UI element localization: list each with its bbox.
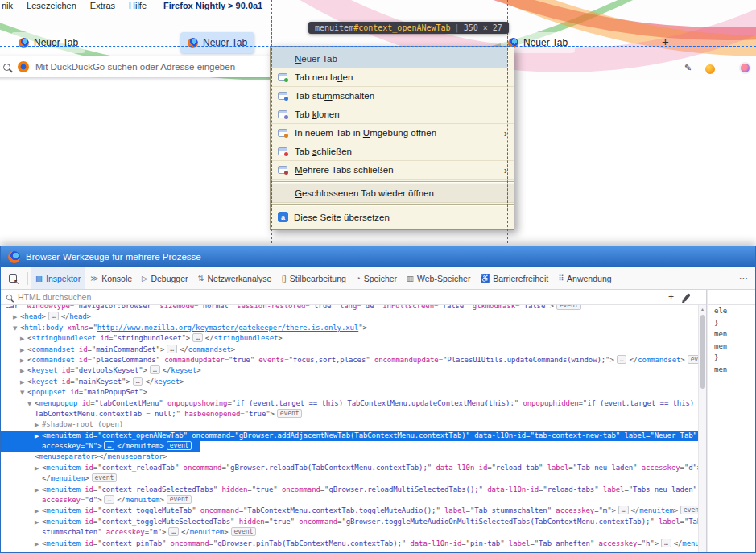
context-menu-item[interactable]: Tab klonen bbox=[271, 105, 514, 124]
expand-arrow-icon[interactable]: ▶ bbox=[35, 518, 42, 528]
markup-line[interactable]: <menuseparator></menuseparator> bbox=[1, 452, 698, 462]
collapsed-content-ellipsis[interactable]: … bbox=[104, 441, 114, 450]
markup-line[interactable]: ▶#shadow-root (open) bbox=[1, 419, 698, 430]
rules-line[interactable]: } bbox=[708, 317, 755, 329]
markup-search[interactable]: HTML durchsuchen + bbox=[1, 290, 706, 305]
markup-line[interactable]: ▶<menuitem id="context_pinTab" oncommand… bbox=[1, 539, 698, 549]
expand-arrow-icon[interactable]: ▶ bbox=[20, 356, 27, 366]
browser-tab[interactable]: Neuer Tab bbox=[11, 32, 85, 53]
menubar-item[interactable]: Extras bbox=[90, 1, 115, 10]
devtools-tab-speicher[interactable]: ◔Speicher bbox=[351, 267, 402, 289]
context-menu-item[interactable]: Tab stummschalten bbox=[271, 87, 514, 105]
markup-line[interactable]: </menuitem>event bbox=[1, 473, 698, 484]
context-menu-item[interactable]: Mehrere Tabs schließen› bbox=[271, 161, 514, 180]
rules-line[interactable]: men bbox=[708, 328, 755, 340]
browser-tab[interactable]: Neuer Tab bbox=[180, 32, 254, 53]
menubar-item[interactable]: Hilfe bbox=[129, 1, 147, 10]
scroll-up-icon[interactable]: ▲ bbox=[699, 307, 706, 312]
markup-line[interactable]: ▶<commandset id="mainCommandSet">…</comm… bbox=[1, 345, 698, 355]
markup-line[interactable]: ▶<menuitem id="context_toggleMuteTab" on… bbox=[1, 506, 698, 516]
markup-line[interactable]: ▶<menuitem id="context_reloadTab" oncomm… bbox=[1, 463, 698, 473]
url-bar[interactable]: Mit DuckDuckGo suchen oder Adresse einge… bbox=[0, 56, 275, 77]
scrollbar[interactable]: ▲ bbox=[698, 305, 706, 552]
devtools-menu-button[interactable]: ⋯ bbox=[732, 267, 755, 289]
context-menu-item[interactable]: In neuem Tab in Umgebung öffnen› bbox=[271, 124, 514, 142]
event-badge[interactable]: event bbox=[231, 527, 257, 536]
expand-arrow-icon[interactable]: ▶ bbox=[35, 431, 42, 442]
collapse-arrow-icon[interactable]: ▼ bbox=[20, 388, 27, 398]
devtools-tab-barrierefreiheit[interactable]: ♿Barrierefreiheit bbox=[475, 267, 553, 289]
devtools-tab-inspektor[interactable]: ▤Inspektor bbox=[31, 267, 85, 289]
collapsed-content-ellipsis[interactable]: … bbox=[48, 312, 59, 320]
event-badge[interactable]: event bbox=[167, 495, 192, 504]
pick-element-button[interactable]: ↖ bbox=[1, 267, 25, 289]
devtools-tab-webspeicher[interactable]: ▥Web-Speicher bbox=[402, 267, 475, 289]
markup-line[interactable]: …ar" windowtype="navigator:browser" size… bbox=[1, 305, 698, 312]
rules-line[interactable]: men bbox=[708, 340, 755, 353]
markup-line[interactable]: ▼<html:body xmlns="http://www.mozilla.or… bbox=[1, 323, 698, 333]
collapsed-content-ellipsis[interactable]: … bbox=[618, 506, 629, 514]
markup-line[interactable]: ▼<menupopup id="tabContextMenu" onpopups… bbox=[1, 398, 698, 409]
expand-arrow-icon[interactable]: ▶ bbox=[35, 420, 42, 431]
collapsed-content-ellipsis[interactable]: … bbox=[104, 495, 114, 504]
collapsed-content-ellipsis[interactable]: … bbox=[167, 345, 177, 353]
collapsed-content-ellipsis[interactable]: … bbox=[192, 333, 203, 342]
rules-line[interactable]: men bbox=[708, 364, 755, 376]
expand-arrow-icon[interactable]: ▶ bbox=[35, 485, 42, 496]
markup-line[interactable]: ▶<stringbundleset id="stringbundleset">…… bbox=[1, 333, 698, 344]
event-badge[interactable]: event bbox=[167, 441, 192, 450]
expand-arrow-icon[interactable]: ▶ bbox=[35, 506, 42, 517]
markup-line[interactable]: TabContextMenu.contextTab = null;" hasbe… bbox=[1, 409, 698, 419]
expand-arrow-icon[interactable]: ▶ bbox=[20, 345, 27, 356]
markup-line[interactable]: ▶<menuitem id="context_openANewTab" onco… bbox=[1, 431, 698, 441]
expand-arrow-icon[interactable]: ▶ bbox=[20, 334, 27, 345]
markup-line[interactable]: ▶<keyset id="devtoolsKeyset">…</keyset> bbox=[1, 365, 698, 376]
collapsed-content-ellipsis[interactable]: … bbox=[168, 527, 179, 536]
devtools-tab-anwendung[interactable]: ⠿Anwendung bbox=[553, 267, 616, 289]
collapsed-content-ellipsis[interactable]: … bbox=[617, 355, 627, 364]
collapsed-content-ellipsis[interactable]: … bbox=[150, 365, 160, 374]
expand-arrow-icon[interactable]: ▶ bbox=[35, 464, 42, 474]
event-badge[interactable]: event bbox=[556, 305, 582, 310]
event-badge[interactable]: event bbox=[92, 473, 118, 482]
event-badge[interactable]: event bbox=[688, 355, 698, 364]
devtools-tab-stilbearbeitung[interactable]: {}Stilbearbeitung bbox=[276, 267, 350, 289]
expand-arrow-icon[interactable]: ▶ bbox=[13, 312, 20, 323]
event-badge[interactable]: event bbox=[680, 506, 698, 514]
markup-line[interactable]: ▶<menuitem id="context_reloadSelectedTab… bbox=[1, 485, 698, 495]
rules-line[interactable]: } bbox=[708, 352, 755, 364]
markup-line[interactable]: ▶<menuitem id="context_toggleMuteSelecte… bbox=[1, 517, 698, 527]
markup-token: menuitem bbox=[682, 539, 698, 547]
markup-line[interactable]: ▶<keyset id="mainKeyset">…</keyset> bbox=[1, 377, 698, 387]
devtools-tab-debugger[interactable]: ▷Debugger bbox=[137, 267, 192, 289]
rules-line[interactable]: ele bbox=[708, 305, 755, 317]
devtools-tab-netzwerkanalyse[interactable]: ⇅Netzwerkanalyse bbox=[193, 267, 277, 289]
markup-line[interactable]: accesskey="d">…</menuitem>event bbox=[1, 495, 698, 506]
context-menu-item[interactable]: Tab neu laden bbox=[271, 68, 514, 87]
collapsed-content-ellipsis[interactable]: … bbox=[661, 539, 671, 547]
collapsed-content-ellipsis[interactable]: … bbox=[133, 377, 143, 386]
markup-line[interactable]: ▶<head>…</head> bbox=[1, 312, 698, 322]
attribute-link[interactable]: http://www.mozilla.org/keymaster/gatekee… bbox=[97, 324, 358, 332]
new-tab-button[interactable]: + bbox=[657, 34, 674, 49]
markup-line[interactable]: ▼<popupset id="mainPopupSet"> bbox=[1, 387, 698, 398]
eyedropper-icon[interactable] bbox=[683, 293, 691, 302]
markup-line[interactable]: stummschalten" accesskey="m">…</menuitem… bbox=[1, 527, 698, 538]
add-node-button[interactable]: + bbox=[668, 291, 674, 303]
context-menu-item[interactable]: Tab schließen bbox=[271, 142, 514, 161]
expand-arrow-icon[interactable]: ▶ bbox=[20, 366, 27, 377]
markup-line[interactable]: accesskey="N">…</menuitem>event bbox=[1, 441, 200, 452]
collapse-arrow-icon[interactable]: ▼ bbox=[13, 324, 20, 334]
event-badge[interactable]: event bbox=[277, 409, 303, 418]
menubar-item[interactable]: Lesezeichen bbox=[27, 1, 76, 10]
account-icon[interactable] bbox=[705, 64, 715, 74]
collapse-arrow-icon[interactable]: ▼ bbox=[27, 399, 35, 410]
context-menu-item[interactable]: aDiese Seite übersetzen bbox=[271, 208, 514, 226]
expand-arrow-icon[interactable]: ▶ bbox=[35, 539, 42, 550]
markup-line[interactable]: ▶<commandset id="placesCommands" command… bbox=[1, 355, 698, 365]
menubar-item[interactable]: nik bbox=[2, 1, 13, 10]
context-menu-item[interactable]: Geschlossenen Tab wieder öffnen bbox=[271, 184, 514, 203]
expand-arrow-icon[interactable]: ▶ bbox=[20, 378, 27, 388]
scrollbar-thumb[interactable] bbox=[700, 315, 705, 389]
devtools-tab-konsole[interactable]: ≫Konsole bbox=[85, 267, 137, 289]
